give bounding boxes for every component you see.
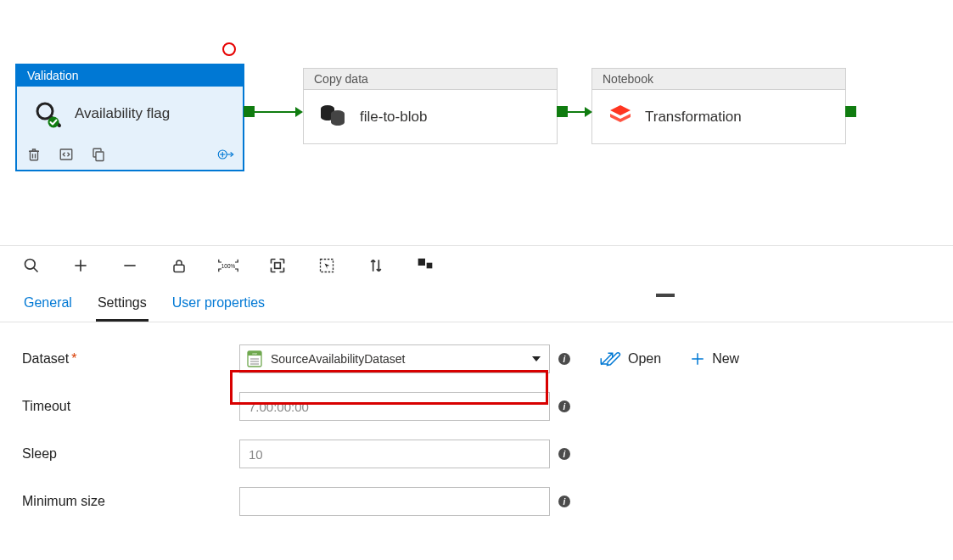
code-icon[interactable] — [58, 146, 75, 163]
minimum-size-input[interactable] — [239, 487, 550, 516]
output-handle[interactable] — [244, 106, 255, 117]
databricks-icon — [608, 102, 633, 132]
copy-data-icon — [319, 102, 348, 132]
layout-icon[interactable] — [414, 255, 436, 277]
dataset-value: SourceAvailabilityDataset — [271, 352, 406, 366]
validation-icon — [32, 98, 63, 129]
arrow-icon — [585, 107, 592, 117]
timeout-label: Timeout — [22, 399, 239, 414]
zoom-out-icon[interactable] — [119, 255, 141, 277]
output-handle[interactable] — [845, 106, 856, 117]
info-icon[interactable]: i — [558, 353, 570, 365]
delete-icon[interactable] — [25, 146, 42, 163]
activity-validation[interactable]: Validation Availability flag — [15, 64, 244, 171]
svg-rect-21 — [418, 259, 425, 266]
tab-general[interactable]: General — [22, 292, 74, 322]
sleep-label: Sleep — [22, 446, 239, 462]
lock-icon[interactable] — [168, 255, 190, 277]
fit-screen-icon[interactable] — [266, 255, 289, 277]
activity-title: file-to-blob — [360, 109, 427, 126]
svg-rect-17 — [174, 265, 184, 272]
svg-rect-22 — [427, 263, 433, 269]
zoom-icon[interactable] — [20, 255, 42, 277]
output-handle[interactable] — [557, 106, 568, 117]
svg-rect-19 — [275, 263, 281, 269]
chevron-down-icon — [532, 356, 541, 361]
activity-notebook[interactable]: Notebook Transformation — [591, 68, 846, 144]
tab-settings[interactable]: Settings — [96, 292, 149, 322]
add-output-icon[interactable] — [217, 146, 234, 163]
svg-point-12 — [25, 260, 36, 270]
info-icon[interactable]: i — [558, 448, 570, 460]
new-dataset-button[interactable]: New — [690, 351, 739, 367]
timeout-input[interactable] — [239, 392, 550, 421]
info-icon[interactable]: i — [558, 496, 570, 507]
settings-form: Dataset* csv SourceAvailabilityDataset i… — [0, 322, 953, 557]
svg-rect-4 — [60, 149, 72, 160]
svg-text:csv: csv — [252, 352, 257, 356]
pipeline-canvas[interactable]: Validation Availability flag — [0, 0, 953, 246]
activity-title: Availability flag — [75, 105, 170, 122]
canvas-toolbar: 100% — [0, 246, 953, 282]
connector — [568, 111, 585, 113]
activity-copy-data[interactable]: Copy data file-to-blob — [303, 68, 558, 144]
tab-user-properties[interactable]: User properties — [171, 292, 266, 322]
sleep-input[interactable] — [239, 440, 550, 468]
activity-title: Transformation — [645, 109, 742, 126]
svg-rect-3 — [31, 151, 38, 160]
activity-type-label: Notebook — [592, 69, 845, 90]
activity-type-label: Validation — [17, 65, 243, 87]
select-icon[interactable] — [316, 255, 338, 277]
zoom-in-icon[interactable] — [70, 255, 92, 277]
reorder-icon[interactable] — [365, 255, 387, 277]
panel-drag-handle[interactable] — [656, 294, 675, 297]
svg-text:100%: 100% — [221, 263, 236, 269]
open-dataset-button[interactable]: Open — [599, 351, 661, 367]
svg-rect-5 — [96, 152, 104, 161]
connector — [255, 111, 295, 113]
dataset-label: Dataset* — [22, 351, 239, 367]
dataset-dropdown[interactable]: csv SourceAvailabilityDataset — [239, 344, 550, 373]
copy-icon[interactable] — [90, 146, 107, 163]
detail-tabs: General Settings User properties — [0, 282, 953, 322]
activity-type-label: Copy data — [304, 69, 557, 90]
minimum-size-label: Minimum size — [22, 494, 239, 509]
info-icon[interactable]: i — [558, 400, 570, 412]
breakpoint-marker[interactable] — [222, 42, 236, 56]
svg-line-13 — [34, 268, 38, 272]
dataset-file-icon: csv — [247, 350, 262, 367]
zoom-reset-icon[interactable]: 100% — [217, 255, 239, 277]
arrow-icon — [295, 107, 303, 117]
